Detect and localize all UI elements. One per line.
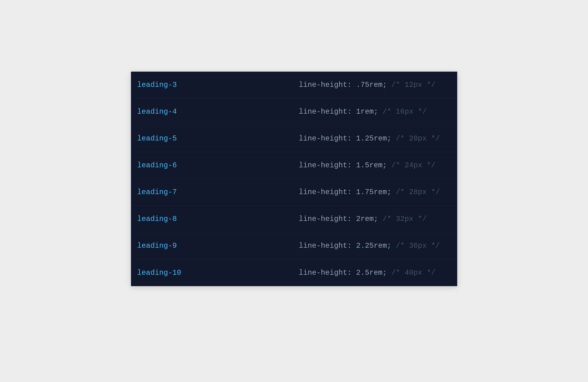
property-value: line-height: 2rem; [299, 215, 378, 223]
property-value: line-height: 2.25rem; [299, 242, 391, 250]
property-comment: /* 16px */ [383, 108, 427, 116]
table-row: leading-10 line-height: 2.5rem; /* 40px … [131, 259, 457, 286]
property-comment: /* 40px */ [391, 269, 436, 277]
table-row: leading-7 line-height: 1.75rem; /* 28px … [131, 179, 457, 206]
class-name-cell: leading-7 [137, 188, 299, 196]
class-name-cell: leading-6 [137, 161, 299, 169]
properties-cell: line-height: 2.5rem; /* 40px */ [299, 269, 451, 277]
table-row: leading-3 line-height: .75rem; /* 12px *… [131, 72, 457, 99]
property-comment: /* 32px */ [383, 215, 427, 223]
property-value: line-height: 1rem; [299, 108, 378, 116]
utility-class-table: leading-3 line-height: .75rem; /* 12px *… [131, 72, 457, 286]
table-row: leading-9 line-height: 2.25rem; /* 36px … [131, 233, 457, 259]
class-name-cell: leading-4 [137, 108, 299, 116]
property-comment: /* 20px */ [396, 134, 440, 143]
table-row: leading-5 line-height: 1.25rem; /* 20px … [131, 125, 457, 152]
property-comment: /* 28px */ [396, 188, 440, 196]
properties-cell: line-height: 1.25rem; /* 20px */ [299, 134, 451, 143]
class-name-cell: leading-5 [137, 134, 299, 143]
class-name-cell: leading-3 [137, 81, 299, 89]
properties-cell: line-height: 1.75rem; /* 28px */ [299, 188, 451, 196]
property-value: line-height: 1.25rem; [299, 134, 391, 143]
properties-cell: line-height: .75rem; /* 12px */ [299, 81, 451, 89]
class-name-cell: leading-10 [137, 269, 299, 277]
property-value: line-height: .75rem; [299, 81, 387, 89]
table-row: leading-4 line-height: 1rem; /* 16px */ [131, 99, 457, 125]
property-value: line-height: 2.5rem; [299, 269, 387, 277]
table-row: leading-8 line-height: 2rem; /* 32px */ [131, 206, 457, 233]
properties-cell: line-height: 2.25rem; /* 36px */ [299, 242, 451, 250]
property-value: line-height: 1.75rem; [299, 188, 391, 196]
properties-cell: line-height: 1.5rem; /* 24px */ [299, 161, 451, 169]
property-value: line-height: 1.5rem; [299, 161, 387, 169]
property-comment: /* 36px */ [396, 242, 440, 250]
property-comment: /* 12px */ [391, 81, 436, 89]
properties-cell: line-height: 1rem; /* 16px */ [299, 108, 451, 116]
properties-cell: line-height: 2rem; /* 32px */ [299, 215, 451, 223]
property-comment: /* 24px */ [391, 161, 436, 169]
class-name-cell: leading-8 [137, 215, 299, 223]
table-row: leading-6 line-height: 1.5rem; /* 24px *… [131, 152, 457, 179]
class-name-cell: leading-9 [137, 242, 299, 250]
